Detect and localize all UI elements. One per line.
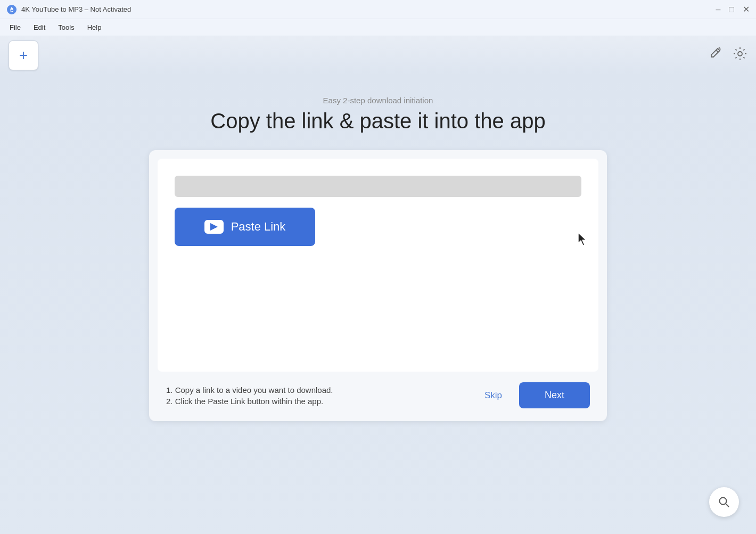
url-bar-mockup — [175, 176, 581, 197]
search-icon — [718, 496, 730, 508]
paste-link-button[interactable]: Paste Link — [175, 208, 315, 246]
instruction-2: 2. Click the Paste Link button within th… — [166, 397, 333, 406]
svg-line-3 — [726, 504, 729, 507]
main-heading: Copy the link & paste it into the app — [210, 109, 545, 133]
close-button[interactable]: ✕ — [743, 5, 750, 14]
menu-file[interactable]: File — [4, 21, 26, 34]
search-fab[interactable] — [709, 487, 739, 517]
minimize-button[interactable]: – — [716, 5, 720, 14]
cursor-indicator — [576, 232, 589, 251]
svg-point-1 — [738, 52, 742, 56]
tutorial-actions: Skip Next — [476, 382, 590, 408]
tutorial-demo-area: Paste Link — [158, 159, 598, 372]
paste-link-label: Paste Link — [231, 220, 286, 234]
tutorial-card: Paste Link 1. Copy a link to a video you… — [149, 150, 607, 421]
restore-button[interactable]: □ — [729, 5, 734, 14]
settings-button[interactable] — [733, 46, 747, 64]
add-button[interactable]: + — [9, 40, 38, 70]
toolbar: + — [0, 36, 756, 75]
menu-help[interactable]: Help — [82, 21, 107, 34]
subtitle: Easy 2-step download initiation — [323, 96, 433, 105]
paste-icon — [707, 46, 722, 61]
toolbar-right — [707, 46, 747, 64]
menubar: File Edit Tools Help — [0, 19, 756, 36]
tutorial-footer: 1. Copy a link to a video you want to do… — [149, 372, 607, 421]
titlebar-controls: – □ ✕ — [716, 5, 750, 14]
paste-link-icon-button[interactable] — [707, 46, 722, 64]
app-icon — [6, 4, 17, 15]
main-content: Easy 2-step download initiation Copy the… — [0, 75, 756, 534]
skip-button[interactable]: Skip — [476, 386, 511, 405]
cursor-icon — [576, 232, 589, 248]
plus-icon: + — [19, 47, 28, 64]
gear-icon — [733, 46, 747, 61]
titlebar: 4K YouTube to MP3 – Not Activated – □ ✕ — [0, 0, 756, 19]
app-title: 4K YouTube to MP3 – Not Activated — [21, 5, 131, 13]
next-button[interactable]: Next — [519, 382, 590, 408]
titlebar-left: 4K YouTube to MP3 – Not Activated — [6, 4, 131, 15]
youtube-icon — [204, 220, 224, 234]
instruction-1: 1. Copy a link to a video you want to do… — [166, 385, 333, 395]
menu-tools[interactable]: Tools — [53, 21, 79, 34]
paste-link-wrapper: Paste Link — [175, 208, 581, 246]
menu-edit[interactable]: Edit — [28, 21, 51, 34]
svg-point-2 — [720, 498, 727, 505]
instructions: 1. Copy a link to a video you want to do… — [166, 385, 333, 406]
